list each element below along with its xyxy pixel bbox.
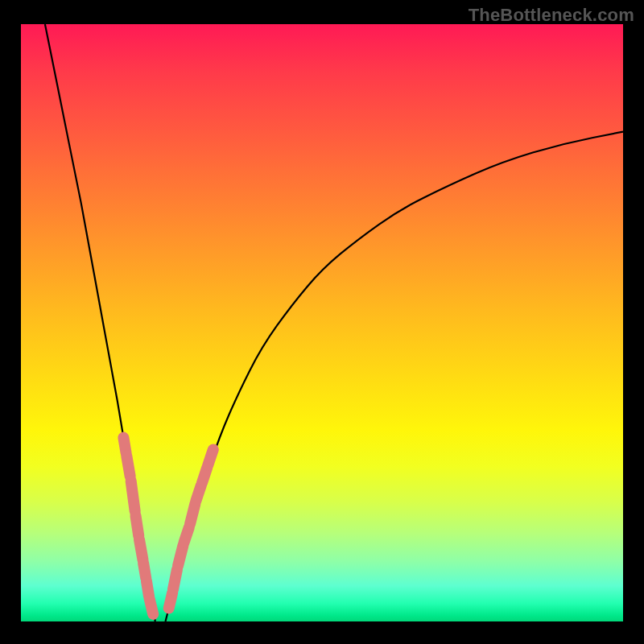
bead-markers: [123, 438, 213, 614]
beads-left: [123, 438, 153, 614]
chart-stage: TheBottleneck.com: [0, 0, 644, 644]
watermark-text: TheBottleneck.com: [469, 5, 634, 26]
right-curve: [166, 132, 624, 621]
plot-area: [21, 24, 623, 621]
curves-svg: [21, 24, 623, 621]
beads-right: [169, 450, 213, 609]
